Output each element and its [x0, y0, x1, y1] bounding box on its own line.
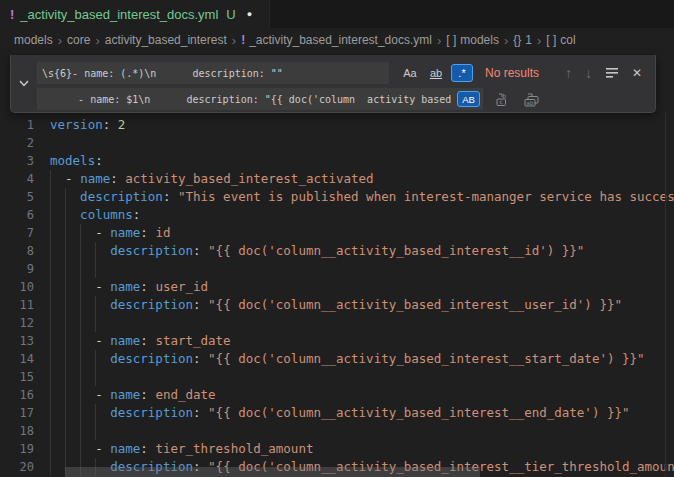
- code-text: - name: tier_threshold_amount: [50, 440, 313, 458]
- code-line[interactable]: 3models:: [0, 152, 674, 170]
- breadcrumb: models›core›activity_based_interest›!_ac…: [0, 28, 674, 52]
- code-line[interactable]: 17 description: "{{ doc('column__activit…: [0, 404, 674, 422]
- preserve-case-toggle[interactable]: AB: [457, 91, 480, 107]
- svg-text:c: c: [499, 98, 503, 105]
- code-line[interactable]: 1version: 2: [0, 116, 674, 134]
- code-line[interactable]: 14 description: "{{ doc('column__activit…: [0, 350, 674, 368]
- regex-toggle[interactable]: .*: [451, 64, 473, 82]
- line-number: 13: [0, 332, 34, 350]
- code-text: description: "{{ doc('column__activity_b…: [50, 242, 584, 260]
- indent-guide: [95, 422, 96, 440]
- code-text: models:: [50, 152, 103, 170]
- code-text: description: "{{ doc('column__activity_b…: [50, 404, 630, 422]
- breadcrumb-item[interactable]: [ ]col: [546, 33, 575, 47]
- svg-text:ab: ab: [527, 100, 534, 106]
- breadcrumb-item[interactable]: {}1: [513, 33, 532, 47]
- find-row: Aa ab .* No results ↑ ↓ ✕: [37, 62, 642, 84]
- indent-guide: [65, 422, 66, 440]
- scrollbar-track-edge: [665, 112, 666, 477]
- close-button[interactable]: ✕: [632, 67, 642, 79]
- chevron-down-icon: [19, 80, 29, 87]
- breadcrumb-separator: ›: [504, 33, 508, 48]
- git-status-badge: U: [226, 7, 235, 22]
- tab-filename: _activity_based_interest_docs.yml: [20, 7, 218, 22]
- symbol-icon: [ ]: [546, 33, 556, 47]
- indent-guide: [95, 314, 96, 332]
- code-line[interactable]: 13 - name: start_date: [0, 332, 674, 350]
- indent-guide: [50, 260, 51, 278]
- replace-all-button[interactable]: ab: [523, 91, 541, 107]
- code-line[interactable]: 9: [0, 260, 674, 278]
- line-number: 4: [0, 170, 34, 188]
- code-line[interactable]: 19 - name: tier_threshold_amount: [0, 440, 674, 458]
- code-text: description: "{{ doc('column__activity_b…: [50, 296, 622, 314]
- code-line[interactable]: 18: [0, 422, 674, 440]
- code-line[interactable]: 2: [0, 134, 674, 152]
- replace-button[interactable]: b c: [495, 91, 511, 107]
- code-text: - name: start_date: [50, 332, 231, 350]
- symbol-icon: {}: [513, 33, 521, 47]
- breadcrumb-item[interactable]: models: [14, 33, 53, 47]
- indent-guide: [50, 422, 51, 440]
- code-line[interactable]: 12: [0, 314, 674, 332]
- whole-word-toggle[interactable]: ab: [425, 64, 447, 82]
- symbol-icon: [ ]: [446, 33, 456, 47]
- line-number: 2: [0, 134, 34, 152]
- indent-guide: [95, 368, 96, 386]
- line-number: 9: [0, 260, 34, 278]
- code-text: version: 2: [50, 116, 125, 134]
- line-number: 10: [0, 278, 34, 296]
- code-text: - name: end_date: [50, 386, 216, 404]
- indent-guide: [65, 314, 66, 332]
- line-number: 19: [0, 440, 34, 458]
- find-in-selection-button[interactable]: [605, 67, 619, 79]
- breadcrumb-label: activity_based_interest: [105, 33, 227, 47]
- code-line[interactable]: 7 - name: id: [0, 224, 674, 242]
- code-line[interactable]: 11 description: "{{ doc('column__activit…: [0, 296, 674, 314]
- code-line[interactable]: 4 - name: activity_based_interest_activa…: [0, 170, 674, 188]
- replace-buttons: b c ab: [495, 91, 541, 107]
- code-line[interactable]: 10 - name: user_id: [0, 278, 674, 296]
- results-count: No results: [485, 66, 557, 80]
- horizontal-scrollbar[interactable]: [65, 467, 480, 477]
- yaml-file-icon: !: [241, 33, 245, 47]
- code-line[interactable]: 16 - name: end_date: [0, 386, 674, 404]
- breadcrumb-item[interactable]: core: [67, 33, 90, 47]
- find-nav-buttons: ↑ ↓ ✕: [565, 66, 642, 80]
- breadcrumb-separator: ›: [58, 33, 62, 48]
- code-text: - name: id: [50, 224, 170, 242]
- next-match-button[interactable]: ↓: [585, 66, 592, 80]
- find-input[interactable]: [37, 62, 389, 84]
- replace-all-icon: ab: [523, 91, 541, 107]
- match-case-toggle[interactable]: Aa: [399, 64, 421, 82]
- svg-text:b: b: [503, 92, 507, 99]
- replace-input-wrap: AB: [37, 88, 483, 110]
- toggle-replace-button[interactable]: [11, 55, 36, 112]
- line-number: 16: [0, 386, 34, 404]
- indent-guide: [95, 260, 96, 278]
- code-line[interactable]: 8 description: "{{ doc('column__activity…: [0, 242, 674, 260]
- code-line[interactable]: 5 description: "This event is published …: [0, 188, 674, 206]
- editor-pane[interactable]: 1version: 223models:4 - name: activity_b…: [0, 52, 674, 477]
- code-line[interactable]: 6 columns:: [0, 206, 674, 224]
- breadcrumb-item[interactable]: activity_based_interest: [105, 33, 227, 47]
- code-line[interactable]: 15: [0, 368, 674, 386]
- find-options: Aa ab .*: [399, 64, 473, 82]
- line-number: 8: [0, 242, 34, 260]
- indent-guide: [50, 368, 51, 386]
- breadcrumb-item[interactable]: !_activity_based_interest_docs.yml: [241, 33, 432, 47]
- indent-guide: [80, 368, 81, 386]
- replace-row: AB b c ab: [37, 88, 541, 110]
- modified-dot-icon[interactable]: ●: [247, 9, 252, 19]
- line-number: 20: [0, 458, 34, 476]
- previous-match-button[interactable]: ↑: [565, 66, 572, 80]
- line-number: 15: [0, 368, 34, 386]
- tab-bar: ! _activity_based_interest_docs.yml U ●: [0, 0, 674, 28]
- breadcrumb-item[interactable]: [ ]models: [446, 33, 499, 47]
- code-text: - name: user_id: [50, 278, 208, 296]
- replace-input[interactable]: [37, 88, 483, 110]
- code-text: description: "{{ doc('column__activity_b…: [50, 350, 645, 368]
- editor-tab[interactable]: ! _activity_based_interest_docs.yml U ●: [0, 0, 270, 28]
- breadcrumb-separator: ›: [95, 33, 99, 48]
- code-text: - name: activity_based_interest_activate…: [50, 170, 374, 188]
